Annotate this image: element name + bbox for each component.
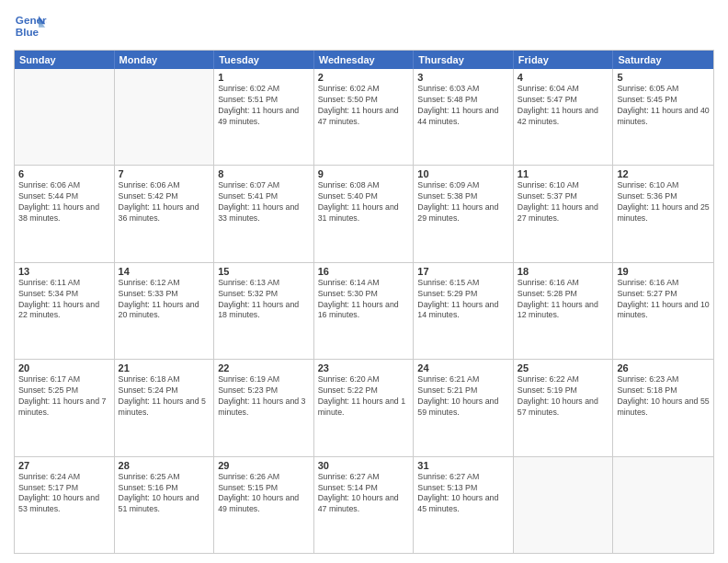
day-number: 10 xyxy=(417,168,509,179)
calendar-cell: 29Sunrise: 6:26 AM Sunset: 5:15 PM Dayli… xyxy=(214,457,314,553)
cell-info: Sunrise: 6:25 AM Sunset: 5:16 PM Dayligh… xyxy=(119,472,210,516)
calendar-cell: 11Sunrise: 6:10 AM Sunset: 5:37 PM Dayli… xyxy=(514,166,614,261)
day-number: 11 xyxy=(518,168,609,179)
day-number: 30 xyxy=(318,460,410,471)
cell-info: Sunrise: 6:10 AM Sunset: 5:37 PM Dayligh… xyxy=(518,180,609,224)
day-number: 18 xyxy=(518,266,609,277)
calendar-cell: 20Sunrise: 6:17 AM Sunset: 5:25 PM Dayli… xyxy=(15,360,115,455)
day-number: 31 xyxy=(417,460,509,471)
calendar-cell: 8Sunrise: 6:07 AM Sunset: 5:41 PM Daylig… xyxy=(214,166,314,261)
calendar-cell xyxy=(514,457,614,553)
day-number: 4 xyxy=(518,72,609,83)
cell-info: Sunrise: 6:18 AM Sunset: 5:24 PM Dayligh… xyxy=(119,374,210,419)
day-number: 13 xyxy=(18,266,110,277)
day-number: 19 xyxy=(617,266,710,277)
calendar-cell: 18Sunrise: 6:16 AM Sunset: 5:28 PM Dayli… xyxy=(514,263,614,359)
day-number: 3 xyxy=(417,72,509,83)
cell-info: Sunrise: 6:07 AM Sunset: 5:41 PM Dayligh… xyxy=(218,180,310,224)
day-number: 20 xyxy=(18,362,110,373)
logo-icon: General Blue xyxy=(14,9,47,42)
calendar-cell: 17Sunrise: 6:15 AM Sunset: 5:29 PM Dayli… xyxy=(414,263,514,359)
day-number: 28 xyxy=(119,460,210,471)
calendar-cell: 3Sunrise: 6:03 AM Sunset: 5:48 PM Daylig… xyxy=(414,69,514,165)
calendar-cell: 31Sunrise: 6:27 AM Sunset: 5:13 PM Dayli… xyxy=(414,457,514,553)
calendar: SundayMondayTuesdayWednesdayThursdayFrid… xyxy=(14,50,714,554)
cell-info: Sunrise: 6:14 AM Sunset: 5:30 PM Dayligh… xyxy=(318,278,410,322)
cell-info: Sunrise: 6:04 AM Sunset: 5:47 PM Dayligh… xyxy=(518,84,609,128)
calendar-cell: 22Sunrise: 6:19 AM Sunset: 5:23 PM Dayli… xyxy=(214,360,314,455)
calendar-cell: 16Sunrise: 6:14 AM Sunset: 5:30 PM Dayli… xyxy=(314,263,415,359)
cell-info: Sunrise: 6:13 AM Sunset: 5:32 PM Dayligh… xyxy=(218,278,310,322)
day-number: 6 xyxy=(18,168,110,179)
calendar-header-cell: Thursday xyxy=(414,51,514,69)
calendar-cell: 24Sunrise: 6:21 AM Sunset: 5:21 PM Dayli… xyxy=(414,360,514,455)
calendar-cell: 12Sunrise: 6:10 AM Sunset: 5:36 PM Dayli… xyxy=(613,166,713,261)
calendar-cell: 13Sunrise: 6:11 AM Sunset: 5:34 PM Dayli… xyxy=(15,263,115,359)
cell-info: Sunrise: 6:27 AM Sunset: 5:13 PM Dayligh… xyxy=(417,472,509,516)
cell-info: Sunrise: 6:02 AM Sunset: 5:50 PM Dayligh… xyxy=(318,84,410,128)
cell-info: Sunrise: 6:22 AM Sunset: 5:19 PM Dayligh… xyxy=(518,374,609,419)
calendar-cell: 6Sunrise: 6:06 AM Sunset: 5:44 PM Daylig… xyxy=(15,166,115,261)
header: General Blue xyxy=(14,9,714,42)
calendar-header-cell: Monday xyxy=(115,51,215,69)
cell-info: Sunrise: 6:19 AM Sunset: 5:23 PM Dayligh… xyxy=(218,374,310,419)
svg-text:Blue: Blue xyxy=(16,26,40,38)
calendar-cell: 25Sunrise: 6:22 AM Sunset: 5:19 PM Dayli… xyxy=(514,360,614,455)
calendar-cell xyxy=(15,69,115,165)
logo: General Blue xyxy=(14,9,47,42)
calendar-cell: 27Sunrise: 6:24 AM Sunset: 5:17 PM Dayli… xyxy=(15,457,115,553)
calendar-cell: 23Sunrise: 6:20 AM Sunset: 5:22 PM Dayli… xyxy=(314,360,415,455)
calendar-header-row: SundayMondayTuesdayWednesdayThursdayFrid… xyxy=(15,51,713,69)
calendar-cell: 26Sunrise: 6:23 AM Sunset: 5:18 PM Dayli… xyxy=(613,360,713,455)
day-number: 23 xyxy=(318,362,410,373)
cell-info: Sunrise: 6:12 AM Sunset: 5:33 PM Dayligh… xyxy=(119,278,210,322)
calendar-cell xyxy=(115,69,215,165)
cell-info: Sunrise: 6:20 AM Sunset: 5:22 PM Dayligh… xyxy=(318,374,410,419)
calendar-cell: 10Sunrise: 6:09 AM Sunset: 5:38 PM Dayli… xyxy=(414,166,514,261)
day-number: 9 xyxy=(318,168,410,179)
calendar-cell: 30Sunrise: 6:27 AM Sunset: 5:14 PM Dayli… xyxy=(314,457,415,553)
calendar-week-row: 6Sunrise: 6:06 AM Sunset: 5:44 PM Daylig… xyxy=(15,165,713,261)
day-number: 22 xyxy=(218,362,310,373)
calendar-cell: 19Sunrise: 6:16 AM Sunset: 5:27 PM Dayli… xyxy=(613,263,713,359)
calendar-week-row: 13Sunrise: 6:11 AM Sunset: 5:34 PM Dayli… xyxy=(15,262,713,359)
cell-info: Sunrise: 6:21 AM Sunset: 5:21 PM Dayligh… xyxy=(417,374,509,419)
cell-info: Sunrise: 6:23 AM Sunset: 5:18 PM Dayligh… xyxy=(617,374,710,419)
calendar-header-cell: Wednesday xyxy=(314,51,415,69)
calendar-week-row: 27Sunrise: 6:24 AM Sunset: 5:17 PM Dayli… xyxy=(15,456,713,553)
day-number: 26 xyxy=(617,362,710,373)
cell-info: Sunrise: 6:27 AM Sunset: 5:14 PM Dayligh… xyxy=(318,472,410,516)
calendar-cell: 9Sunrise: 6:08 AM Sunset: 5:40 PM Daylig… xyxy=(314,166,415,261)
calendar-cell: 7Sunrise: 6:06 AM Sunset: 5:42 PM Daylig… xyxy=(115,166,215,261)
calendar-cell: 15Sunrise: 6:13 AM Sunset: 5:32 PM Dayli… xyxy=(214,263,314,359)
cell-info: Sunrise: 6:06 AM Sunset: 5:44 PM Dayligh… xyxy=(18,180,110,224)
day-number: 8 xyxy=(218,168,310,179)
day-number: 25 xyxy=(518,362,609,373)
cell-info: Sunrise: 6:16 AM Sunset: 5:27 PM Dayligh… xyxy=(617,278,710,322)
calendar-cell: 1Sunrise: 6:02 AM Sunset: 5:51 PM Daylig… xyxy=(214,69,314,165)
day-number: 27 xyxy=(18,460,110,471)
day-number: 15 xyxy=(218,266,310,277)
cell-info: Sunrise: 6:15 AM Sunset: 5:29 PM Dayligh… xyxy=(417,278,509,322)
calendar-cell: 28Sunrise: 6:25 AM Sunset: 5:16 PM Dayli… xyxy=(115,457,215,553)
day-number: 2 xyxy=(318,72,410,83)
calendar-header-cell: Tuesday xyxy=(214,51,314,69)
cell-info: Sunrise: 6:02 AM Sunset: 5:51 PM Dayligh… xyxy=(218,84,310,128)
calendar-week-row: 20Sunrise: 6:17 AM Sunset: 5:25 PM Dayli… xyxy=(15,359,713,455)
cell-info: Sunrise: 6:08 AM Sunset: 5:40 PM Dayligh… xyxy=(318,180,410,224)
cell-info: Sunrise: 6:16 AM Sunset: 5:28 PM Dayligh… xyxy=(518,278,609,322)
day-number: 5 xyxy=(617,72,710,83)
calendar-week-row: 1Sunrise: 6:02 AM Sunset: 5:51 PM Daylig… xyxy=(15,69,713,165)
day-number: 21 xyxy=(119,362,210,373)
day-number: 12 xyxy=(617,168,710,179)
cell-info: Sunrise: 6:06 AM Sunset: 5:42 PM Dayligh… xyxy=(119,180,210,224)
cell-info: Sunrise: 6:03 AM Sunset: 5:48 PM Dayligh… xyxy=(417,84,509,128)
day-number: 29 xyxy=(218,460,310,471)
cell-info: Sunrise: 6:05 AM Sunset: 5:45 PM Dayligh… xyxy=(617,84,710,128)
cell-info: Sunrise: 6:10 AM Sunset: 5:36 PM Dayligh… xyxy=(617,180,710,224)
calendar-cell: 14Sunrise: 6:12 AM Sunset: 5:33 PM Dayli… xyxy=(115,263,215,359)
calendar-cell: 2Sunrise: 6:02 AM Sunset: 5:50 PM Daylig… xyxy=(314,69,415,165)
day-number: 14 xyxy=(119,266,210,277)
cell-info: Sunrise: 6:26 AM Sunset: 5:15 PM Dayligh… xyxy=(218,472,310,516)
cell-info: Sunrise: 6:24 AM Sunset: 5:17 PM Dayligh… xyxy=(18,472,110,516)
